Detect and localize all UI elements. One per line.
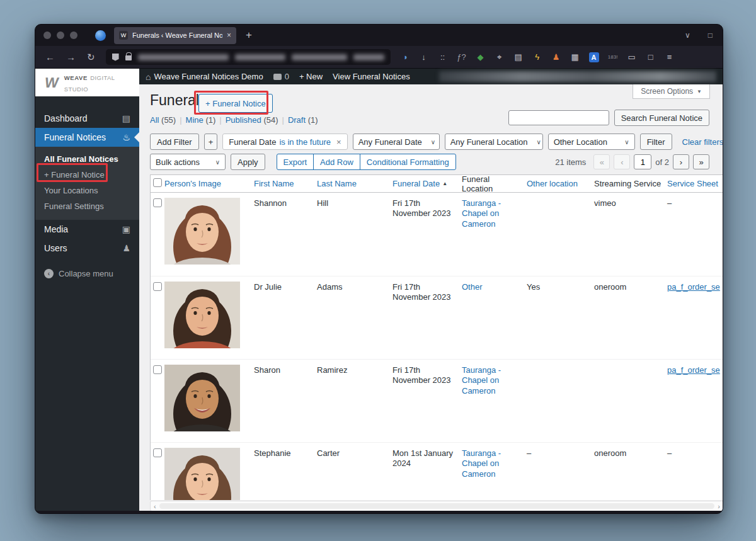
- row-checkbox[interactable]: [153, 282, 162, 291]
- extension-icon[interactable]: ♟: [551, 52, 561, 62]
- clear-filters-link[interactable]: Clear filters: [682, 137, 723, 147]
- cell-funeral-location[interactable]: Other: [462, 276, 527, 359]
- sidebar-item-funeral-notices[interactable]: Funeral Notices ♨: [35, 128, 139, 147]
- chip-remove-icon[interactable]: ×: [336, 137, 341, 147]
- column-header[interactable]: Funeral Date▲: [392, 179, 462, 188]
- submenu-funeral-settings[interactable]: Funeral Settings: [35, 198, 139, 214]
- cell-service-sheet[interactable]: –: [667, 193, 723, 276]
- view-published[interactable]: Published (54): [226, 115, 278, 125]
- scroll-right-icon[interactable]: ›: [718, 503, 720, 510]
- cell-funeral-location[interactable]: Tauranga - Chapel on Cameron: [462, 360, 527, 442]
- maximize-window-button[interactable]: [70, 31, 77, 39]
- sidebar-item-media[interactable]: Media ▣: [35, 220, 139, 239]
- cell-service-sheet[interactable]: –: [667, 443, 723, 500]
- person-photo[interactable]: [164, 448, 240, 500]
- add-filter-plus-button[interactable]: +: [204, 134, 218, 150]
- funeral-date-select[interactable]: Any Funeral Date ∨: [353, 134, 440, 150]
- column-header[interactable]: Last Name: [317, 179, 392, 188]
- extension-icon[interactable]: ◑: [400, 52, 410, 62]
- apply-button[interactable]: Apply: [231, 154, 265, 170]
- search-button[interactable]: Search Funeral Notice: [614, 110, 709, 126]
- list-tabs-chevron-icon[interactable]: ∨: [685, 31, 690, 40]
- scroll-left-icon[interactable]: ‹: [154, 503, 156, 510]
- column-header[interactable]: First Name: [254, 179, 317, 188]
- cell-service-sheet[interactable]: pa_f_order_se: [667, 276, 723, 359]
- reload-icon[interactable]: ↻: [87, 52, 95, 63]
- table-row[interactable]: Shannon Hill Fri 17th November 2023 Taur…: [151, 193, 723, 276]
- new-tab-button[interactable]: +: [246, 29, 252, 42]
- add-funeral-notice-button[interactable]: + Funeral Notice: [198, 94, 273, 113]
- submenu-your-locations[interactable]: Your Locations: [35, 183, 139, 198]
- submenu-add-funeral-notice[interactable]: + Funeral Notice: [35, 167, 139, 183]
- firefox-icon[interactable]: [95, 30, 106, 41]
- table-row[interactable]: Dr Julie Adams Fri 17th November 2023 Ot…: [151, 276, 723, 359]
- column-header[interactable]: Service Sheet: [667, 179, 723, 188]
- search-input[interactable]: [508, 110, 609, 125]
- horizontal-scrollbar[interactable]: ‹ ›: [150, 501, 723, 511]
- tracking-protection-icon[interactable]: [112, 54, 119, 61]
- window-controls[interactable]: [43, 31, 77, 39]
- submenu-all-funeral-notices[interactable]: All Funeral Notices: [35, 151, 139, 167]
- container-tabs-icon[interactable]: □: [708, 31, 713, 40]
- sidebar-item-users[interactable]: Users ♟: [35, 239, 139, 258]
- extension-icon[interactable]: ▤: [513, 52, 524, 62]
- cell-funeral-location[interactable]: Tauranga - Chapel on Cameron: [462, 443, 527, 500]
- extension-icon[interactable]: ▦: [570, 52, 580, 62]
- scrollbar-thumb[interactable]: [159, 503, 715, 509]
- view-mine[interactable]: Mine (1): [186, 115, 216, 125]
- extension-icon[interactable]: ϟ: [532, 52, 542, 62]
- table-row[interactable]: Stephanie Carter Mon 1st January 2024 Ta…: [151, 442, 723, 500]
- export-button[interactable]: Export: [277, 154, 314, 170]
- extension-icon[interactable]: ::: [438, 52, 448, 62]
- admin-bar-view-notices[interactable]: View Funeral Notices: [333, 72, 410, 81]
- extension-icon[interactable]: ⌖: [495, 52, 505, 62]
- row-checkbox[interactable]: [153, 365, 162, 374]
- extension-icon[interactable]: A: [589, 52, 599, 62]
- next-page-button[interactable]: ›: [673, 154, 689, 169]
- extension-icon[interactable]: ◆: [476, 52, 486, 62]
- filter-button[interactable]: Filter: [640, 134, 672, 150]
- back-icon[interactable]: ←: [45, 52, 55, 62]
- conditional-formatting-button[interactable]: Conditional Formatting: [360, 154, 456, 170]
- dashboard-icon: ▤: [122, 113, 130, 123]
- column-header[interactable]: Other location: [527, 179, 594, 188]
- add-filter-button[interactable]: Add Filter: [150, 134, 199, 150]
- admin-bar-site-menu[interactable]: ⌂ Weave Funeral Notices Demo: [146, 72, 263, 82]
- extension-icon[interactable]: □: [646, 52, 656, 62]
- person-photo[interactable]: [164, 282, 240, 348]
- other-location-select[interactable]: Other Location ∨: [548, 134, 635, 150]
- extension-icon[interactable]: ≡: [665, 52, 675, 62]
- active-filter-chip[interactable]: Funeral Date is in the future ×: [222, 134, 347, 150]
- close-window-button[interactable]: [43, 31, 51, 39]
- view-all[interactable]: All (55): [150, 115, 176, 125]
- admin-bar-comments[interactable]: 0: [273, 72, 289, 81]
- table-row[interactable]: Sharon Ramirez Fri 17th November 2023 Ta…: [151, 359, 723, 442]
- column-header[interactable]: Person's Image: [164, 179, 254, 188]
- add-row-button[interactable]: Add Row: [313, 154, 360, 170]
- last-page-button[interactable]: »: [693, 154, 709, 169]
- row-checkbox[interactable]: [153, 448, 162, 457]
- screen-options-button[interactable]: Screen Options ▼: [633, 84, 710, 99]
- cell-service-sheet[interactable]: pa_f_order_se: [667, 360, 723, 442]
- funeral-location-select[interactable]: Any Funeral Location ∨: [445, 134, 543, 150]
- url-bar[interactable]: [106, 49, 391, 65]
- sidebar-item-dashboard[interactable]: Dashboard ▤: [35, 109, 139, 128]
- extension-icon[interactable]: ▭: [627, 52, 637, 62]
- row-checkbox[interactable]: [153, 198, 162, 207]
- extension-icon[interactable]: 183!: [608, 52, 618, 62]
- select-all-checkbox[interactable]: [153, 178, 162, 187]
- bulk-actions-select[interactable]: Bulk actions ∨: [150, 154, 226, 170]
- current-page-input[interactable]: [634, 154, 651, 169]
- person-photo[interactable]: [164, 365, 240, 431]
- collapse-menu-button[interactable]: ‹ Collapse menu: [35, 269, 139, 278]
- person-photo[interactable]: [164, 198, 240, 265]
- extension-icon[interactable]: ƒ?: [457, 52, 467, 62]
- tab-close-icon[interactable]: ×: [227, 31, 231, 40]
- minimize-window-button[interactable]: [57, 31, 64, 39]
- view-draft[interactable]: Draft (1): [288, 115, 318, 125]
- forward-icon[interactable]: →: [66, 52, 76, 62]
- cell-funeral-location[interactable]: Tauranga - Chapel on Cameron: [462, 193, 527, 276]
- admin-bar-new[interactable]: + New: [299, 72, 323, 81]
- browser-tab-active[interactable]: W Funerals ‹ Weave Funeral Notic ×: [114, 27, 236, 44]
- extension-icon[interactable]: ↓: [419, 52, 429, 62]
